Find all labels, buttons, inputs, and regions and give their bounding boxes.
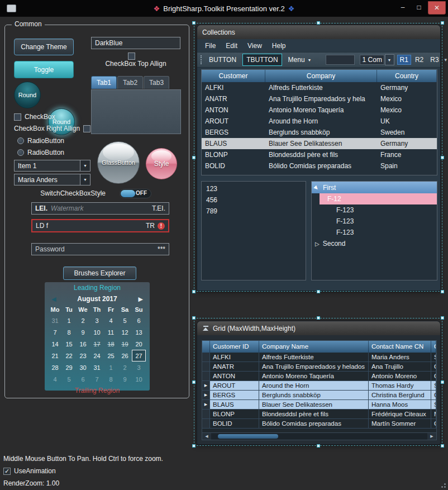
calendar-day[interactable]: 4 (48, 373, 62, 385)
calendar-day[interactable]: 3 (132, 361, 146, 373)
calendar-day[interactable]: 12 (118, 326, 132, 338)
brushes-explorer-button[interactable]: Brushes Explorer (63, 267, 136, 280)
grid-row-anatr[interactable]: ANATRAna Trujillo Emparedados y heladosA… (202, 362, 436, 372)
calendar-day[interactable]: 14 (48, 338, 62, 350)
listview-row-blaus[interactable]: BLAUSBlauer See DelikatessenGermany (202, 138, 437, 149)
expander-expanded-icon[interactable]: ▶ (313, 184, 320, 191)
listview-column-header-country[interactable]: Country (377, 70, 437, 82)
radio-button-2[interactable] (17, 149, 24, 156)
chevron-down-icon[interactable]: ▼ (80, 174, 90, 185)
calendar-day[interactable]: 16 (76, 338, 90, 350)
calendar-day[interactable]: 18 (104, 338, 118, 350)
calendar-day[interactable]: 29 (62, 361, 76, 373)
tree-node-f-123[interactable]: F-123 (312, 216, 437, 227)
checkbox[interactable] (14, 113, 21, 121)
scroll-left-icon[interactable]: ◀ (202, 433, 211, 440)
radio-button-1[interactable] (17, 137, 24, 144)
resize-handle[interactable] (192, 156, 196, 159)
calendar-day[interactable]: 7 (48, 326, 62, 338)
horizontal-scrollbar[interactable]: ◀ ▶ (202, 432, 437, 440)
round-button-1[interactable]: Round (14, 82, 41, 108)
theme-name-field[interactable]: DarkBlue (91, 37, 180, 49)
tree-node-first[interactable]: ▶ First (312, 182, 437, 193)
listview-column-header-customer[interactable]: Customer (202, 70, 265, 82)
grid-row-header[interactable] (202, 410, 210, 418)
resize-handle[interactable] (192, 21, 196, 25)
item-combobox[interactable]: Item 1 ▼ (14, 160, 90, 172)
grid-titlebar[interactable]: Grid (MaxWidth,MaxHeight) (197, 321, 440, 335)
resize-handle[interactable] (441, 290, 444, 293)
calendar-day[interactable]: 13 (132, 326, 146, 338)
grid-row-header[interactable] (202, 353, 210, 361)
calendar-day[interactable]: 7 (90, 373, 104, 385)
checkbox-top-align[interactable] (128, 53, 135, 60)
calendar-day[interactable]: 30 (76, 361, 90, 373)
toolbar-button[interactable]: BUTTON (206, 54, 240, 65)
resize-handle[interactable] (441, 21, 444, 25)
tree-node-second[interactable]: ▷ Second (312, 238, 437, 249)
expander-collapsed-icon[interactable]: ▷ (315, 241, 320, 247)
calendar-day[interactable]: 8 (62, 326, 76, 338)
listview-row-arout[interactable]: AROUTAround the HornUK (202, 116, 437, 127)
calendar-day[interactable]: 5 (62, 373, 76, 385)
calendar-title[interactable]: August 2017 (77, 295, 117, 303)
dock-up-icon[interactable] (202, 326, 209, 331)
menu-item-file[interactable]: File (200, 40, 221, 51)
toolbar-textbox[interactable] (326, 55, 355, 65)
error-textbox[interactable]: LD f TR ! (31, 219, 169, 232)
grid-row-alfki[interactable]: ALFKIAlfreds FutterkisteMaria AndersSale… (202, 353, 436, 362)
toolbar-overflow-icon[interactable]: ▾ (445, 57, 448, 63)
listview-row-bergs[interactable]: BERGSBerglunds snabbköpSweden (202, 127, 437, 138)
menu-item-edit[interactable]: Edit (221, 40, 242, 51)
grid-row-header[interactable]: ▶ (202, 400, 210, 409)
password-box[interactable]: Password *** (31, 243, 169, 255)
calendar-day[interactable]: 24 (90, 350, 104, 361)
calendar-prev-icon[interactable]: ◀ (51, 296, 56, 303)
toggle-button[interactable]: Toggle (14, 61, 74, 78)
calendar-day[interactable]: 4 (104, 315, 118, 326)
calendar-day[interactable]: 23 (76, 350, 90, 361)
grid-row-arout[interactable]: ▶AROUTAround the HornThomas HardySales (202, 381, 436, 391)
watermark-textbox[interactable]: LEI. Watermark T.EI. (31, 202, 169, 215)
listview-row-anatr[interactable]: ANATRAna Trujillo Emparedados y helaMexi… (202, 93, 437, 104)
toolbar-radio-r1[interactable]: R1 (397, 55, 411, 65)
collections-titlebar[interactable]: Collections (197, 25, 440, 39)
switch-thumb[interactable] (121, 190, 135, 197)
grid-row-bergs[interactable]: ▶BERGSBerglunds snabbköpChristina Berglu… (202, 391, 436, 400)
calendar-day[interactable]: 6 (76, 373, 90, 385)
grid-column-header-1[interactable]: Customer ID (210, 341, 259, 353)
calendar-day[interactable]: 6 (132, 315, 146, 326)
listview-row-blonp[interactable]: BLONPBlondesddsl père et filsFrance (202, 149, 437, 160)
scroll-right-icon[interactable]: ▶ (427, 433, 436, 440)
toolbar-menu[interactable]: Menu ▼ (285, 54, 315, 65)
maximize-button[interactable]: □ (412, 1, 426, 13)
tree-node-f-123[interactable]: F-123 (312, 227, 437, 238)
glass-button[interactable]: GlassButton (97, 141, 140, 184)
grid-column-header-3[interactable]: Contact Name CN (369, 341, 431, 353)
calendar-day[interactable]: 17 (90, 338, 104, 350)
resize-grip[interactable] (440, 482, 446, 488)
listview-column-header-company[interactable]: Company (265, 70, 377, 82)
switch-checkbox[interactable]: OFF (120, 189, 151, 198)
use-animation-checkbox[interactable]: ✓ (3, 468, 11, 475)
tree-node-f12-selected[interactable]: F-12 (320, 193, 437, 204)
resize-handle[interactable] (441, 316, 444, 320)
listview-row-bolid[interactable]: BOLIDBólido Comidas preparadasSpain (202, 160, 437, 172)
chevron-down-icon[interactable]: ▼ (385, 54, 394, 65)
calendar-day[interactable]: 19 (118, 338, 132, 350)
calendar-day[interactable]: 26 (118, 350, 132, 361)
resize-handle[interactable] (192, 444, 196, 448)
resize-handle[interactable] (192, 290, 196, 293)
tab-tab1[interactable]: Tab1 (91, 76, 117, 89)
grid-row-header[interactable]: ▶ (202, 391, 210, 399)
tab-tab3[interactable]: Tab3 (144, 76, 169, 89)
calendar-day[interactable]: 15 (62, 338, 76, 350)
grid-row-bolid[interactable]: BOLIDBólido Comidas preparadasMartín Som… (202, 419, 436, 429)
toolbar-radio-r2[interactable]: R2 (412, 55, 426, 65)
calendar-day[interactable]: 22 (62, 350, 76, 361)
grid-row-header[interactable] (202, 419, 210, 428)
listbox-item-456[interactable]: 456 (202, 194, 306, 206)
calendar-day[interactable]: 5 (118, 315, 132, 326)
resize-handle[interactable] (192, 380, 196, 384)
calendar-day[interactable]: 31 (48, 315, 62, 326)
